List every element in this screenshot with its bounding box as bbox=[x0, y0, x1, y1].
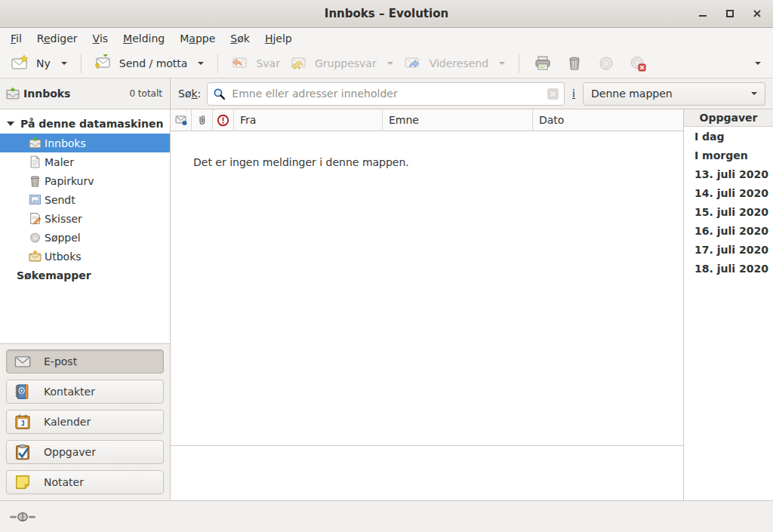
tree-root-sokemapper[interactable]: Søkemapper bbox=[0, 266, 170, 285]
folder-label: Maler bbox=[45, 156, 74, 168]
main-area: På denne datamaskinen Innboks Maler bbox=[0, 109, 773, 500]
column-attachment[interactable] bbox=[192, 109, 213, 131]
new-message-button[interactable]: Ny bbox=[6, 51, 55, 75]
minimize-icon bbox=[698, 9, 707, 18]
new-mail-icon bbox=[11, 54, 29, 72]
task-group-tomorrow[interactable]: I morgen bbox=[684, 146, 773, 165]
reply-button[interactable]: Svar bbox=[226, 51, 285, 75]
send-receive-icon bbox=[94, 54, 112, 72]
junk-icon bbox=[597, 54, 615, 72]
forward-dropdown[interactable] bbox=[493, 57, 511, 69]
task-group-date[interactable]: 18. juli 2020 bbox=[684, 259, 773, 278]
window-controls bbox=[694, 0, 765, 27]
trash-icon bbox=[29, 174, 42, 187]
column-date[interactable]: Dato bbox=[533, 109, 683, 131]
search-label: Søk: bbox=[178, 88, 201, 100]
current-folder-header: Innboks 0 totalt bbox=[0, 78, 171, 109]
switcher-label: E-post bbox=[44, 355, 77, 367]
search-input[interactable] bbox=[207, 82, 565, 106]
junk-button[interactable] bbox=[590, 51, 622, 76]
menu-search[interactable]: Søk bbox=[223, 28, 257, 48]
menu-help[interactable]: Hjelp bbox=[257, 28, 300, 48]
folder-label: Utboks bbox=[45, 251, 82, 263]
message-list[interactable]: Det er ingen meldinger i denne mappen. bbox=[171, 131, 683, 446]
task-group-date[interactable]: 15. juli 2020 bbox=[684, 202, 773, 221]
chevron-down-icon bbox=[198, 62, 204, 65]
send-receive-button[interactable]: Send / motta bbox=[89, 51, 192, 75]
send-receive-dropdown[interactable] bbox=[192, 57, 210, 69]
expander-icon[interactable] bbox=[7, 121, 14, 126]
folder-item-skisser[interactable]: Skisser bbox=[0, 209, 170, 228]
search-row: Innboks 0 totalt Søk: i Denne mappen bbox=[0, 78, 773, 109]
group-reply-button[interactable]: Gruppesvar bbox=[285, 51, 381, 75]
toolbar-separator bbox=[217, 54, 218, 73]
menu-edit[interactable]: Rediger bbox=[29, 28, 85, 48]
task-group-date[interactable]: 14. juli 2020 bbox=[684, 183, 773, 202]
sent-icon bbox=[29, 193, 42, 206]
preview-pane[interactable] bbox=[171, 446, 683, 500]
print-icon bbox=[534, 54, 552, 72]
folder-item-maler[interactable]: Maler bbox=[0, 152, 170, 171]
group-reply-dropdown[interactable] bbox=[381, 57, 399, 69]
folder-item-innboks[interactable]: Innboks bbox=[0, 134, 170, 152]
delete-button[interactable] bbox=[559, 51, 590, 76]
switcher-mail-button[interactable]: E-post bbox=[6, 349, 164, 374]
switcher-contacts-button[interactable]: Kontakter bbox=[6, 380, 164, 404]
column-priority[interactable] bbox=[213, 109, 234, 131]
inbox-icon bbox=[6, 87, 20, 100]
search-scope-dropdown[interactable]: Denne mappen bbox=[583, 82, 765, 106]
mail-icon bbox=[14, 353, 31, 370]
search-scope-label: i bbox=[571, 88, 577, 100]
online-status-icon[interactable] bbox=[10, 511, 35, 523]
task-group-date[interactable]: 13. juli 2020 bbox=[684, 165, 773, 183]
toolbar-overflow-button[interactable] bbox=[749, 57, 767, 69]
tree-root-on-this-computer[interactable]: På denne datamaskinen bbox=[0, 114, 170, 134]
switcher-label: Oppgaver bbox=[44, 446, 96, 458]
new-message-label: Ny bbox=[36, 57, 51, 69]
clear-search-icon[interactable] bbox=[547, 88, 559, 100]
menu-file[interactable]: Fil bbox=[3, 28, 29, 48]
folder-item-papirkurv[interactable]: Papirkurv bbox=[0, 171, 170, 190]
restore-icon bbox=[725, 9, 735, 18]
task-group-today[interactable]: I dag bbox=[684, 127, 773, 146]
folder-item-utboks[interactable]: Utboks bbox=[0, 247, 170, 266]
new-message-dropdown[interactable] bbox=[55, 57, 73, 69]
window-title: Innboks – Evolution bbox=[325, 7, 448, 20]
memos-icon bbox=[14, 474, 31, 490]
folder-item-soppel[interactable]: Søppel bbox=[0, 228, 170, 247]
priority-icon bbox=[217, 114, 229, 127]
evolution-window: Innboks – Evolution Fil Rediger Vis Meld… bbox=[0, 0, 773, 532]
task-group-date[interactable]: 17. juli 2020 bbox=[684, 240, 773, 259]
group-reply-icon bbox=[289, 54, 307, 72]
forward-label: Videresend bbox=[430, 57, 488, 69]
menu-folder[interactable]: Mappe bbox=[172, 28, 223, 48]
menu-view[interactable]: Vis bbox=[85, 28, 115, 48]
close-icon bbox=[753, 9, 762, 18]
column-read-status[interactable] bbox=[171, 109, 192, 131]
switcher-label: Kalender bbox=[44, 416, 91, 428]
minimize-button[interactable] bbox=[694, 5, 711, 22]
switcher-calendar-button[interactable]: Kalender bbox=[6, 410, 164, 434]
titlebar[interactable]: Innboks – Evolution bbox=[0, 0, 773, 28]
menu-message[interactable]: Melding bbox=[115, 28, 172, 48]
switcher-memos-button[interactable]: Notater bbox=[6, 470, 164, 494]
reply-label: Svar bbox=[256, 57, 280, 69]
read-status-icon bbox=[175, 114, 187, 126]
not-junk-button[interactable] bbox=[622, 51, 654, 76]
column-from[interactable]: Fra bbox=[234, 109, 383, 131]
task-group-date[interactable]: 16. juli 2020 bbox=[684, 221, 773, 240]
folder-tree: På denne datamaskinen Innboks Maler bbox=[0, 109, 170, 343]
message-list-header: Fra Emne Dato bbox=[171, 109, 683, 131]
close-button[interactable] bbox=[749, 5, 765, 22]
task-pane-header[interactable]: Oppgaver bbox=[684, 109, 773, 127]
message-list-pane: Fra Emne Dato Det er ingen meldinger i d… bbox=[171, 109, 683, 500]
column-subject[interactable]: Emne bbox=[383, 109, 533, 131]
tasks-icon bbox=[14, 444, 31, 460]
restore-button[interactable] bbox=[722, 5, 738, 22]
print-button[interactable] bbox=[527, 51, 559, 76]
folder-item-sendt[interactable]: Sendt bbox=[0, 190, 170, 209]
group-reply-label: Gruppesvar bbox=[315, 57, 377, 69]
forward-button[interactable]: Videresend bbox=[399, 51, 493, 75]
switcher-tasks-button[interactable]: Oppgaver bbox=[6, 440, 164, 464]
drafts-icon bbox=[29, 212, 42, 225]
